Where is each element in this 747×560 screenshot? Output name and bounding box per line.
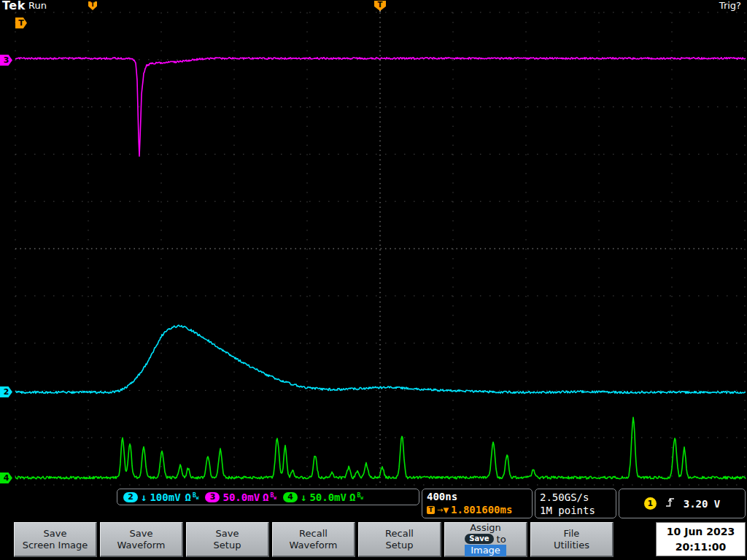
file-utilities-button[interactable]: File Utilities	[530, 522, 614, 557]
channel-4-readout: 4 ↓50.0mV Ω BW	[283, 491, 363, 503]
brand-logo: Tek	[2, 0, 26, 12]
channel-2-scale: 100mV	[150, 491, 180, 503]
acquisition-status: Run	[28, 0, 47, 11]
channel-4-scale: 50.0mV	[309, 491, 347, 503]
channel-2-readout: 2 ↓100mV Ω BW	[123, 491, 198, 503]
channel-2-impedance: Ω	[185, 491, 191, 503]
bandwidth-limit-icon: BW	[271, 492, 276, 500]
acquisition-readout: 2.50GS/s 1M points	[535, 489, 616, 518]
channel-3-readout: 3 50.0mV Ω BW	[205, 491, 276, 503]
channel-2-badge[interactable]: 2	[123, 492, 138, 502]
menu-buttons: Save Screen Image Save Waveform Save Set…	[14, 522, 614, 557]
save-chip: Save	[465, 534, 493, 544]
recall-setup-button[interactable]: Recall Setup	[358, 522, 441, 557]
record-length: 1M points	[540, 504, 611, 517]
channel-4-impedance: Ω	[349, 491, 355, 503]
save-screen-image-button[interactable]: Save Screen Image	[14, 522, 97, 557]
channel-readouts: 2 ↓100mV Ω BW 3 50.0mV Ω BW 4 ↓50.0mV Ω …	[117, 489, 419, 505]
assign-save-button[interactable]: Assign Save to Image	[444, 522, 527, 557]
date-text: 10 Jun 2023	[667, 524, 735, 539]
save-waveform-button[interactable]: Save Waveform	[100, 522, 183, 557]
channel-4-invert-icon: ↓	[301, 491, 306, 503]
trigger-status: Trig?	[719, 0, 741, 11]
delay-arrows-icon: →▼	[437, 506, 449, 514]
horizontal-scale: 400ns	[427, 491, 527, 502]
assign-target-highlight: Image	[465, 545, 506, 556]
channel-3-impedance: Ω	[263, 491, 268, 503]
top-status-bar: Tek Run Trig?	[0, 0, 747, 12]
channel-3-scale: 50.0mV	[222, 491, 260, 503]
datetime-display: 10 Jun 2023 20:11:00	[656, 522, 746, 556]
recall-waveform-button[interactable]: Recall Waveform	[272, 522, 355, 557]
oscilloscope-screen: Tek Run Trig? T T T 3 2 4 2 ↓100mV Ω BW …	[0, 0, 747, 560]
rising-edge-icon	[665, 496, 675, 512]
trigger-delay-icon: T	[427, 506, 435, 514]
channel-4-badge[interactable]: 4	[283, 492, 298, 502]
bandwidth-limit-icon: BW	[193, 492, 198, 500]
trigger-delay-value: 1.801600ms	[451, 504, 512, 516]
sample-rate: 2.50GS/s	[540, 491, 611, 504]
channel-2-invert-icon: ↓	[141, 491, 147, 503]
trigger-level-value: 3.20 V	[684, 498, 721, 510]
time-text: 20:11:00	[676, 540, 727, 554]
trigger-source-badge: 1	[644, 497, 657, 510]
bandwidth-limit-icon: BW	[357, 492, 363, 500]
channel-3-badge[interactable]: 3	[205, 492, 220, 502]
graticule-display	[0, 0, 747, 560]
save-setup-button[interactable]: Save Setup	[186, 522, 269, 557]
bottom-menu-bar: Save Screen Image Save Waveform Save Set…	[0, 521, 747, 560]
trigger-readout: 1 3.20 V	[619, 489, 746, 518]
horizontal-readout: 400ns T →▼ 1.801600ms	[422, 489, 533, 518]
